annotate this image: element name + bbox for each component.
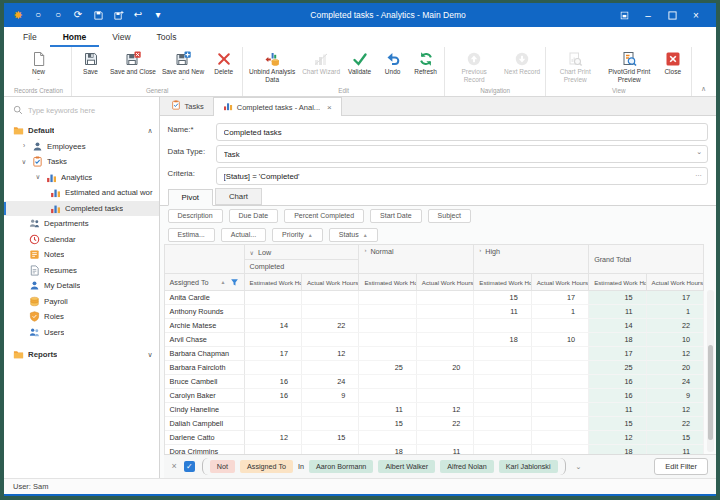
sidebar-item-employees[interactable]: ›Employees [4,139,159,155]
pivot-cell[interactable] [302,417,359,431]
pivot-cell[interactable]: 1 [647,305,704,319]
expand-icon[interactable]: › [479,247,481,253]
pivot-cell[interactable] [417,347,474,361]
pivot-cell[interactable]: 11 [474,305,531,319]
close-button[interactable]: × [684,5,708,25]
filter-operator[interactable]: In [298,462,304,471]
criteria-field[interactable] [216,167,708,185]
pivot-field-start-date[interactable]: Start Date [370,209,422,223]
pivot-field-status[interactable]: Status▲ [329,228,378,242]
save-and-new-button[interactable]: Save and New⌄ [159,48,207,81]
pivot-cell[interactable]: 18 [359,445,416,454]
chevron-down-icon[interactable]: ⌄ [696,143,702,161]
sidebar-item-estimated-and-actual-wor[interactable]: Estimated and actual wor [4,185,159,201]
filter-value-token[interactable]: Albert Walker [378,460,435,473]
close-tab-icon[interactable]: × [327,103,332,112]
pivot-cell[interactable]: 17 [647,291,704,305]
new-button[interactable]: New⌄ [22,48,55,81]
pivot-cell[interactable]: 12 [589,431,646,445]
pivot-cell[interactable] [359,375,416,389]
data-type-field[interactable] [216,145,708,163]
row-header[interactable]: Anita Cardle [165,291,245,305]
pivot-field-description[interactable]: Description [168,209,223,223]
pivot-cell[interactable]: 11 [589,305,646,319]
pivot-cell[interactable] [532,445,589,454]
pivot-field-actual-[interactable]: Actual... [221,228,266,242]
pivot-cell[interactable] [474,389,531,403]
pivot-cell[interactable]: 20 [417,361,474,375]
pivot-cell[interactable]: 11 [359,403,416,417]
column-group-high[interactable]: ›High [474,245,589,274]
sidebar-item-calendar[interactable]: Calendar [4,232,159,248]
sidebar-item-notes[interactable]: Notes [4,247,159,263]
qat-save-icon[interactable] [92,9,104,21]
pivot-cell[interactable]: 11 [647,445,704,454]
ribbon-tab-home[interactable]: Home [50,29,100,47]
nav-circle-forward-icon[interactable]: ○ [52,9,64,21]
expand-icon[interactable]: › [364,247,366,253]
pivot-cell[interactable] [417,333,474,347]
pivot-cell[interactable] [417,291,474,305]
scrollbar-thumb[interactable] [708,345,713,440]
pivot-field-subject[interactable]: Subject [428,209,471,223]
pivot-cell[interactable] [474,403,531,417]
save-and-close-button[interactable]: Save and Close [107,48,159,76]
pivot-cell[interactable]: 12 [417,403,474,417]
pivot-cell[interactable] [474,347,531,361]
pivot-cell[interactable] [417,431,474,445]
chevron-down-icon[interactable]: ⌄ [576,463,582,471]
filter-value-token[interactable]: Karl Jablonski [499,460,558,473]
pivot-cell[interactable] [417,319,474,333]
search-input[interactable] [28,106,150,115]
filter-enabled-checkbox[interactable]: ✓ [184,461,195,472]
chevron-down-icon[interactable]: ∨ [34,174,42,181]
pivot-cell[interactable] [245,291,302,305]
pivot-cell[interactable]: 10 [647,333,704,347]
pivot-cell[interactable]: 14 [245,319,302,333]
view-tab-pivot[interactable]: Pivot [168,189,213,206]
pivot-cell[interactable]: 16 [589,389,646,403]
pivot-cell[interactable] [302,403,359,417]
pivot-cell[interactable] [302,333,359,347]
pivot-cell[interactable]: 15 [647,431,704,445]
ribbon-tab-file[interactable]: File [10,29,50,47]
pivot-cell[interactable]: 11 [417,445,474,454]
pivot-cell[interactable] [532,431,589,445]
document-tab-tasks[interactable]: Tasks [162,97,213,115]
pivot-cell[interactable]: 24 [302,375,359,389]
pivot-cell[interactable] [245,333,302,347]
pivot-cell[interactable]: 15 [474,291,531,305]
sidebar-item-tasks[interactable]: ∨Tasks [4,154,159,170]
name-field[interactable] [216,123,708,141]
pivot-cell[interactable]: 22 [647,319,704,333]
sidebar-item-completed-tasks[interactable]: Completed tasks [4,201,159,217]
pivot-cell[interactable]: 11 [589,403,646,417]
pivot-field-priority[interactable]: Priority▲ [272,228,323,242]
pivot-cell[interactable] [245,445,302,454]
row-header[interactable]: Dora Crimmins [165,445,245,454]
pivot-cell[interactable]: 18 [589,445,646,454]
document-tab-completed-tasks-anal-[interactable]: Completed tasks - Anal...× [213,97,342,116]
collapse-icon[interactable]: ∧ [147,127,152,135]
pivot-field-percent-completed[interactable]: Percent Completed [284,209,364,223]
edit-filter-button[interactable]: Edit Filter [654,458,708,475]
pivot-cell[interactable] [302,291,359,305]
pivot-cell[interactable] [532,375,589,389]
pivot-cell[interactable] [359,431,416,445]
pivot-cell[interactable]: 22 [647,417,704,431]
undo-button[interactable]: Undo [376,48,409,76]
pivot-cell[interactable] [302,305,359,319]
pivot-cell[interactable] [474,319,531,333]
pivot-cell[interactable]: 18 [589,333,646,347]
pivot-cell[interactable] [417,375,474,389]
row-header[interactable]: Cindy Haneline [165,403,245,417]
pivot-cell[interactable]: 10 [532,333,589,347]
pivot-cell[interactable]: 17 [245,347,302,361]
validate-button[interactable]: Validate [343,48,376,76]
row-header[interactable]: Barbara Faircloth [165,361,245,375]
row-area-header-assigned-to[interactable]: Assigned To ▲ [165,274,245,291]
pivot-cell[interactable] [359,389,416,403]
pivot-cell[interactable]: 16 [589,375,646,389]
sidebar-item-departments[interactable]: Departments [4,216,159,232]
sidebar-item-resumes[interactable]: Resumes [4,263,159,279]
